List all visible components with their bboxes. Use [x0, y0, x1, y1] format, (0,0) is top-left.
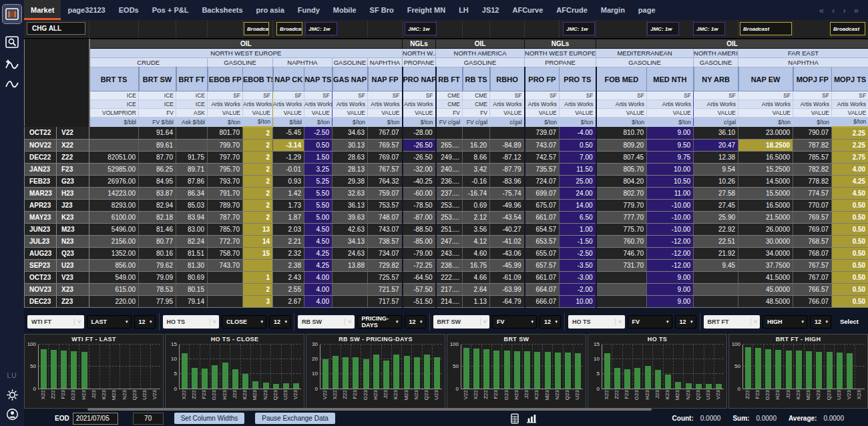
table-cell[interactable]: 2 — [243, 187, 273, 199]
table-cell[interactable]: 16.75 — [463, 259, 490, 271]
table-cell[interactable]: 2156.00 — [89, 235, 139, 247]
table-cell[interactable]: 80.16 — [139, 247, 176, 259]
table-cell[interactable]: 807.45 — [596, 151, 647, 163]
table-cell[interactable]: 37.7500 — [738, 259, 793, 271]
table-cell[interactable] — [208, 283, 243, 295]
pager-last-icon[interactable]: » — [854, 5, 859, 15]
table-cell[interactable]: -87.12 — [490, 151, 525, 163]
table-cell[interactable]: 4.50 — [832, 187, 868, 199]
sidebar-item-add-curve[interactable] — [5, 59, 19, 72]
table-cell[interactable]: -87.79 — [490, 163, 525, 175]
table-cell[interactable]: 78.53 — [139, 283, 176, 295]
table-cell[interactable]: 1.13 — [463, 295, 490, 307]
table-cell[interactable]: 29.38 — [333, 175, 368, 187]
table-cell[interactable]: 7.00 — [560, 151, 596, 163]
table-cell[interactable]: 739.07 — [525, 127, 560, 140]
table-cell[interactable]: 2.55 — [273, 283, 304, 295]
table-cell[interactable]: 26.0000 — [738, 223, 793, 235]
table-cell[interactable]: 4.00 — [304, 271, 333, 283]
table-cell[interactable]: 724.07 — [525, 175, 560, 187]
table-cell[interactable]: 3 — [243, 295, 273, 307]
table-cell[interactable]: 253.... — [436, 199, 463, 211]
sidebar-item-settings[interactable] — [6, 389, 19, 401]
table-cell[interactable]: 48.5000 — [738, 295, 793, 307]
table-cell[interactable]: 11.00 — [647, 187, 694, 199]
table-cell[interactable]: 778.82 — [793, 175, 832, 187]
table-cell[interactable]: 36.13 — [333, 199, 368, 211]
table-cell[interactable]: -60.00 — [403, 187, 436, 199]
table-cell[interactable]: 10.00 — [560, 295, 596, 307]
table-cell[interactable]: 4.25 — [832, 175, 868, 187]
table-cell[interactable] — [490, 127, 525, 140]
table-cell[interactable] — [596, 271, 647, 283]
table-cell[interactable]: 42.63 — [333, 223, 368, 235]
table-cell[interactable]: 80.15 — [176, 283, 208, 295]
table-cell[interactable]: 654.57 — [525, 223, 560, 235]
chart-instrument-select[interactable]: HO TS˅ — [163, 315, 220, 329]
table-cell[interactable]: 699.07 — [525, 187, 560, 199]
table-cell[interactable]: 1.50 — [304, 151, 333, 163]
table-cell[interactable]: -1.29 — [273, 151, 304, 163]
table-cell[interactable]: 0.50 — [832, 247, 868, 259]
table-cell[interactable]: 9.00 — [647, 127, 694, 140]
table-cell[interactable]: 83.00 — [176, 223, 208, 235]
nav-tab-pro-asia[interactable]: pro asia — [250, 0, 291, 20]
table-cell[interactable]: 15.5000 — [738, 187, 793, 199]
table-cell[interactable] — [333, 283, 368, 295]
table-cell[interactable]: 2 — [243, 283, 273, 295]
chart-field-select[interactable]: CLOSE▾ — [222, 315, 266, 329]
table-cell[interactable]: -61.09 — [490, 271, 525, 283]
table-cell[interactable]: 767.57 — [793, 259, 832, 271]
table-cell[interactable]: 735.57 — [525, 163, 560, 175]
table-cell[interactable]: 83.94 — [176, 211, 208, 223]
table-cell[interactable]: 1.87 — [273, 211, 304, 223]
table-cell[interactable]: 766.57 — [793, 283, 832, 295]
table-cell[interactable]: 805.70 — [596, 163, 647, 175]
table-cell[interactable]: -3.50 — [560, 259, 596, 271]
set-column-widths-button[interactable]: Set Column Widths — [174, 413, 245, 424]
table-cell[interactable]: 26976.00 — [89, 175, 139, 187]
table-cell[interactable]: 769.07 — [368, 151, 403, 163]
table-cell[interactable]: 753.57 — [368, 199, 403, 211]
table-cell[interactable]: 22.92 — [694, 223, 738, 235]
table-cell[interactable]: 41.5000 — [738, 271, 793, 283]
table-cell[interactable]: 240.... — [436, 163, 463, 175]
table-cell[interactable]: -26.50 — [403, 139, 436, 151]
chart-instrument-select[interactable]: BRT FT˅ — [704, 315, 761, 329]
broadcast-button[interactable]: Broadcast — [244, 22, 269, 35]
table-cell[interactable] — [694, 295, 738, 307]
table-cell[interactable]: 0.50 — [832, 199, 868, 211]
table-cell[interactable]: -3.00 — [560, 271, 596, 283]
table-cell[interactable]: 801.70 — [208, 127, 243, 140]
table-cell[interactable]: 655.07 — [525, 247, 560, 259]
chart-field-select[interactable]: FV▾ — [492, 315, 537, 329]
table-cell[interactable]: 748.07 — [368, 211, 403, 223]
table-cell[interactable]: 16.5000 — [738, 151, 793, 163]
table-cell[interactable]: 79.62 — [139, 259, 176, 271]
table-cell[interactable]: 0.50 — [304, 139, 333, 151]
chart-period-select[interactable]: 12▾ — [405, 315, 426, 329]
nav-tab-freight-mn[interactable]: Freight MN — [401, 0, 452, 20]
table-cell[interactable]: 30.13 — [333, 139, 368, 151]
table-cell[interactable]: 4.25 — [304, 247, 333, 259]
table-cell[interactable]: -45.99 — [490, 259, 525, 271]
table-cell[interactable]: 14.5000 — [738, 175, 793, 187]
table-cell[interactable]: 1352.00 — [89, 247, 139, 259]
table-cell[interactable] — [694, 271, 738, 283]
table-cell[interactable]: 4.00 — [832, 163, 868, 175]
jmc-button[interactable]: JMC: 1w — [305, 22, 337, 35]
table-cell[interactable]: 20.47 — [694, 139, 738, 151]
table-cell[interactable]: 2.38 — [273, 259, 304, 271]
table-cell[interactable]: 82.24 — [176, 235, 208, 247]
table-cell[interactable]: 89.61 — [139, 139, 176, 151]
table-cell[interactable]: 0.50 — [832, 259, 868, 271]
table-cell[interactable]: 82.18 — [139, 211, 176, 223]
table-cell[interactable]: 717.57 — [368, 295, 403, 307]
table-cell[interactable]: 2 — [243, 211, 273, 223]
sidebar-item-curve[interactable] — [5, 79, 19, 91]
table-cell[interactable]: 83.87 — [139, 187, 176, 199]
table-cell[interactable]: 3.25 — [304, 163, 333, 175]
table-cell[interactable]: 237.... — [436, 187, 463, 199]
table-cell[interactable]: 86.25 — [139, 163, 176, 175]
table-cell[interactable]: 253.... — [436, 211, 463, 223]
